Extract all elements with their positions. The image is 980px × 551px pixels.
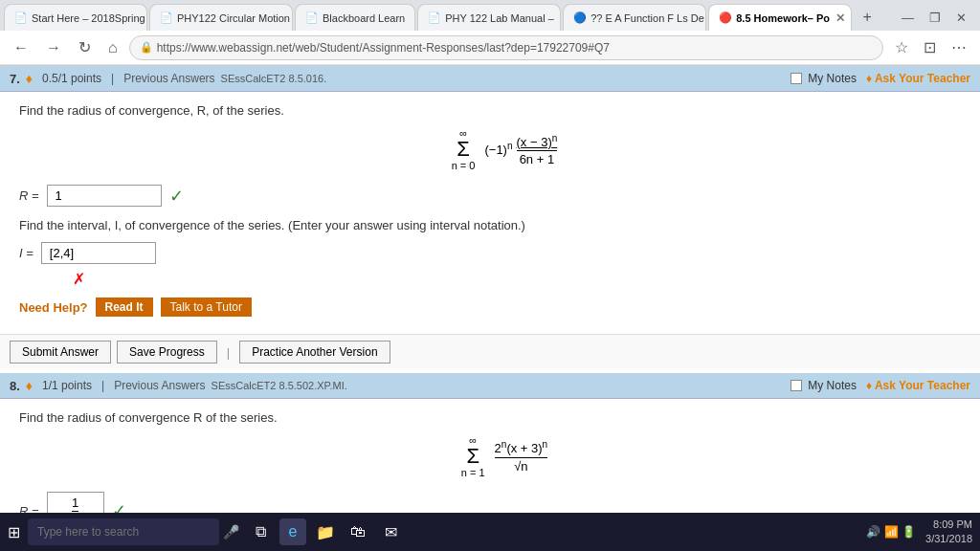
save-progress-button[interactable]: Save Progress: [117, 341, 217, 364]
tab-homework-active[interactable]: 🔴 8.5 Homework– Po ✕: [708, 4, 852, 31]
problem8-body: Find the radius of convergence R of the …: [0, 399, 980, 514]
need-help-row: Need Help? Read It Talk to a Tutor: [19, 298, 961, 317]
read-it-button[interactable]: Read It: [96, 298, 153, 317]
problem7-separator: |: [111, 72, 114, 85]
tab-close-icon[interactable]: ✕: [835, 11, 845, 25]
address-text: https://www.webassign.net/web/Student/As…: [157, 41, 610, 55]
problem7-my-notes: My Notes: [791, 72, 857, 85]
more-options-button[interactable]: ⋯: [946, 34, 972, 60]
problem8-points: 1/1 points: [42, 379, 92, 392]
back-button[interactable]: ←: [8, 35, 34, 60]
problem8-sigma: ∞ Σ n = 1: [461, 434, 485, 478]
home-button[interactable]: ⌂: [102, 35, 123, 60]
need-help-label: Need Help?: [19, 300, 88, 315]
restore-button[interactable]: ❐: [924, 7, 947, 29]
problem8-fraction: 2n(x + 3)n √n: [495, 439, 548, 473]
minimize-button[interactable]: —: [896, 7, 920, 29]
divider: |: [227, 345, 230, 360]
i-input[interactable]: [41, 242, 156, 264]
problem8-prev-answers: Previous Answers: [114, 379, 205, 392]
problem7-r-row: R = ✓: [19, 185, 961, 207]
tutor-button[interactable]: Talk to a Tutor: [161, 298, 252, 317]
problem7-question1: Find the radius of convergence, R, of th…: [19, 103, 961, 118]
tab-icon-start: 📄: [14, 11, 28, 25]
tab-icon-func: 🔵: [573, 11, 587, 25]
problem7-body: Find the radius of convergence, R, of th…: [0, 92, 980, 334]
series-fraction: (x − 3)n 6n + 1: [517, 132, 558, 165]
taskbar: ⊞ 🎤 ⧉ e 📁 🛍 ✉ 🔊 📶 🔋 8:09 PM 3/31/2018: [0, 513, 980, 514]
tab-lab-manual[interactable]: 📄 PHY 122 Lab Manual –: [417, 4, 561, 31]
tab-icon-hw: 🔴: [719, 11, 732, 25]
x-mark: ✗: [73, 270, 961, 288]
my-notes-checkbox[interactable]: [791, 73, 802, 84]
problem7-actions: Submit Answer Save Progress | Practice A…: [0, 334, 980, 369]
tab-bar: 📄 Start Here – 2018Spring 📄 PHY122 Circu…: [0, 0, 980, 31]
main-content: 7. ♦ 0.5/1 points | Previous Answers SEs…: [0, 66, 980, 514]
star-button[interactable]: ☆: [889, 34, 914, 60]
problem7-i-row: I =: [19, 242, 961, 264]
tab-blackboard[interactable]: 📄 Blackboard Learn: [295, 4, 415, 31]
lock-icon: 🔒: [140, 41, 153, 54]
problem7-header: 7. ♦ 0.5/1 points | Previous Answers SEs…: [0, 66, 980, 92]
problem7-points: 0.5/1 points: [42, 72, 101, 85]
problem7-header-right: My Notes ♦ Ask Your Teacher: [791, 72, 970, 85]
problem8-header: 8. ♦ 1/1 points | Previous Answers SEssC…: [0, 373, 980, 399]
problem7-ref: SEssCalcET2 8.5.016.: [221, 73, 327, 84]
forward-button[interactable]: →: [40, 35, 67, 60]
problem8-my-notes: My Notes: [791, 379, 857, 392]
problem8-my-notes-label: My Notes: [808, 379, 857, 392]
problem8-ref: SEssCalcET2 8.5.502.XP.MI.: [212, 380, 347, 391]
sigma-notation: ∞ Σ n = 0: [452, 127, 476, 171]
nav-bar: ← → ↻ ⌂ 🔒 https://www.webassign.net/web/…: [0, 31, 980, 65]
problem8-separator: |: [101, 379, 104, 392]
problem8-number: 8.: [10, 379, 20, 393]
submit-answer-button[interactable]: Submit Answer: [10, 341, 111, 364]
problem7-points-dot: ♦: [26, 71, 33, 86]
new-tab-button[interactable]: +: [854, 4, 880, 31]
problem7-prev-answers: Previous Answers: [123, 72, 214, 85]
tab-start-here[interactable]: 📄 Start Here – 2018Spring: [4, 4, 147, 31]
tab-icon-lab: 📄: [428, 11, 441, 25]
tab-icon-bb: 📄: [305, 11, 319, 25]
problem8-ask-teacher-button[interactable]: ♦ Ask Your Teacher: [866, 379, 970, 392]
practice-another-button[interactable]: Practice Another Version: [239, 341, 390, 364]
r-input[interactable]: [47, 185, 162, 207]
r-checkmark: ✓: [169, 186, 184, 207]
tab-icon-phy: 📄: [160, 11, 173, 25]
ask-teacher-button[interactable]: ♦ Ask Your Teacher: [866, 72, 970, 85]
browser-chrome: 📄 Start Here – 2018Spring 📄 PHY122 Circu…: [0, 0, 980, 66]
close-window-button[interactable]: ✕: [950, 7, 972, 29]
refresh-button[interactable]: ↻: [73, 34, 97, 60]
problem8-r-box: 1 2: [47, 492, 104, 514]
problem8-question1: Find the radius of convergence R of the …: [19, 410, 961, 425]
reading-mode-button[interactable]: ⊡: [918, 34, 942, 60]
problem8-my-notes-checkbox[interactable]: [791, 380, 802, 391]
problem8-header-right: My Notes ♦ Ask Your Teacher: [791, 379, 970, 392]
problem8-r-row: R = 1 2 ✓: [19, 492, 961, 514]
problem8-r-fraction: 1 2: [72, 496, 78, 514]
address-bar[interactable]: 🔒 https://www.webassign.net/web/Student/…: [129, 35, 883, 60]
i-label: I =: [19, 246, 33, 260]
problem8-points-dot: ♦: [26, 378, 33, 393]
nav-right-buttons: ☆ ⊡ ⋯: [889, 34, 972, 60]
problem7-question2: Find the interval, I, of convergence of …: [19, 218, 961, 232]
tab-function[interactable]: 🔵 ?? E A Function F Ls De: [563, 4, 706, 31]
problem8-series: ∞ Σ n = 1 2n(x + 3)n √n: [48, 434, 961, 478]
my-notes-label: My Notes: [808, 72, 857, 85]
series-coeff: (−1)n: [484, 141, 512, 157]
problem8-checkmark: ✓: [112, 500, 126, 514]
r-label: R =: [19, 188, 39, 203]
problem7-number: 7.: [10, 72, 20, 86]
problem7-series: ∞ Σ n = 0 (−1)n (x − 3)n 6n + 1: [48, 127, 961, 171]
tab-phy122[interactable]: 📄 PHY122 Circular Motion: [149, 4, 293, 31]
problem-container: 7. ♦ 0.5/1 points | Previous Answers SEs…: [0, 66, 980, 514]
